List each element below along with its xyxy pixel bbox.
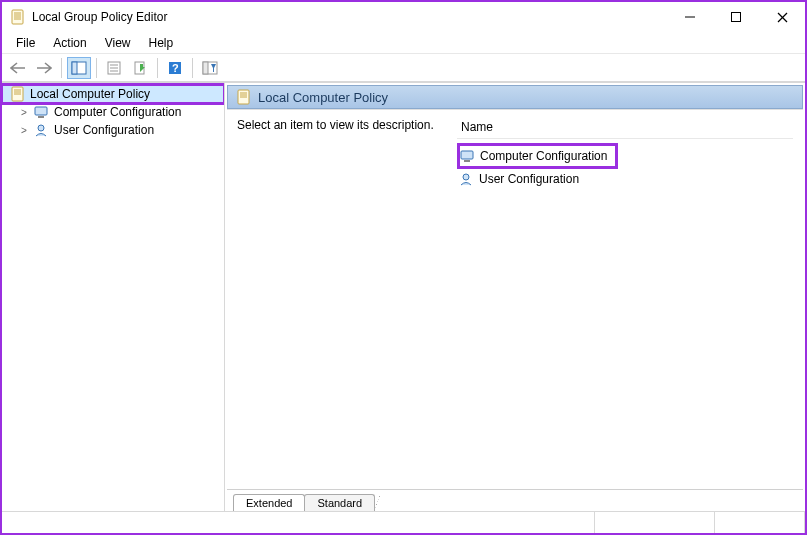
- nav-back-button[interactable]: [6, 57, 30, 79]
- detail-tabs: Extended Standard: [227, 489, 803, 511]
- svg-rect-32: [464, 160, 470, 162]
- svg-rect-31: [461, 151, 473, 159]
- detail-pane: Local Computer Policy Select an item to …: [225, 83, 805, 511]
- minimize-button[interactable]: [667, 2, 713, 32]
- menu-view[interactable]: View: [97, 34, 139, 52]
- svg-point-26: [38, 125, 44, 131]
- svg-rect-19: [203, 62, 208, 74]
- titlebar: Local Group Policy Editor: [2, 2, 805, 32]
- toolbar-separator: [96, 58, 97, 78]
- toolbar: ?: [2, 54, 805, 82]
- list-item-computer-configuration[interactable]: Computer Configuration: [457, 143, 618, 169]
- tree-item-computer-configuration[interactable]: > Computer Configuration: [2, 103, 224, 121]
- policy-doc-icon: [236, 89, 252, 105]
- detail-header-title: Local Computer Policy: [258, 90, 388, 105]
- tab-standard[interactable]: Standard: [304, 494, 375, 511]
- nav-forward-button[interactable]: [32, 57, 56, 79]
- svg-point-33: [463, 174, 469, 180]
- svg-rect-25: [38, 116, 44, 118]
- list-item-user-configuration[interactable]: User Configuration: [457, 169, 793, 189]
- menubar: File Action View Help: [2, 32, 805, 54]
- menu-file[interactable]: File: [8, 34, 43, 52]
- tree-item-label: Computer Configuration: [54, 105, 181, 119]
- svg-text:?: ?: [172, 62, 179, 74]
- properties-button[interactable]: [102, 57, 126, 79]
- description-text: Select an item to view its description.: [237, 118, 434, 132]
- list-row-wrapper: Computer Configuration: [457, 143, 793, 169]
- detail-header: Local Computer Policy: [227, 85, 803, 109]
- expand-icon[interactable]: >: [18, 125, 30, 136]
- toolbar-separator: [157, 58, 158, 78]
- show-tree-button[interactable]: [67, 57, 91, 79]
- tree-pane[interactable]: Local Computer Policy > Computer Configu…: [2, 83, 225, 511]
- status-cell: [595, 512, 715, 533]
- filter-button[interactable]: [198, 57, 222, 79]
- app-icon: [10, 9, 26, 25]
- expand-icon[interactable]: >: [18, 107, 30, 118]
- window-title: Local Group Policy Editor: [32, 10, 167, 24]
- status-cell: [715, 512, 805, 533]
- computer-icon: [460, 148, 476, 164]
- tab-extended[interactable]: Extended: [233, 494, 305, 511]
- column-header-name[interactable]: Name: [457, 118, 793, 139]
- tree-item-label: User Configuration: [54, 123, 154, 137]
- export-button[interactable]: [128, 57, 152, 79]
- app-window: Local Group Policy Editor File Action Vi…: [0, 0, 807, 535]
- detail-body: Select an item to view its description. …: [227, 109, 803, 489]
- toolbar-separator: [192, 58, 193, 78]
- tree-root[interactable]: Local Computer Policy: [2, 85, 224, 103]
- toolbar-separator: [61, 58, 62, 78]
- close-button[interactable]: [759, 2, 805, 32]
- maximize-button[interactable]: [713, 2, 759, 32]
- body: Local Computer Policy > Computer Configu…: [2, 82, 805, 511]
- statusbar: [2, 511, 805, 533]
- help-button[interactable]: ?: [163, 57, 187, 79]
- policy-doc-icon: [10, 86, 26, 102]
- user-icon: [459, 171, 475, 187]
- tree-item-user-configuration[interactable]: > User Configuration: [2, 121, 224, 139]
- svg-rect-24: [35, 107, 47, 115]
- description-column: Select an item to view its description.: [237, 118, 437, 489]
- list-item-label: User Configuration: [479, 172, 579, 186]
- list-column: Name Computer Configuration: [457, 118, 793, 489]
- status-cell: [2, 512, 595, 533]
- list-item-label: Computer Configuration: [480, 149, 607, 163]
- menu-action[interactable]: Action: [45, 34, 94, 52]
- user-icon: [34, 122, 50, 138]
- svg-rect-6: [732, 13, 741, 22]
- menu-help[interactable]: Help: [141, 34, 182, 52]
- computer-icon: [34, 104, 50, 120]
- tree-root-label: Local Computer Policy: [30, 87, 150, 101]
- window-controls: [667, 2, 805, 32]
- svg-rect-10: [72, 62, 77, 74]
